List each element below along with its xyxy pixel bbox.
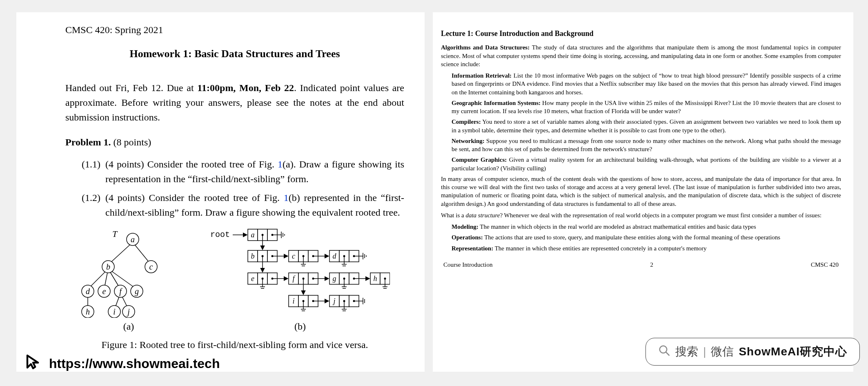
svg-text:h: h <box>374 274 377 283</box>
topic-lead: Geographic Information Systems: <box>452 100 541 106</box>
def-item: Representation: The manner in which thes… <box>452 244 841 252</box>
subproblem-1-2: (1.2) (4 points) Consider the rooted tre… <box>82 190 404 220</box>
para-3: What is a data structure? Whenever we de… <box>441 211 841 219</box>
svg-text:a: a <box>251 231 255 239</box>
fig-ref: 1 <box>284 192 289 203</box>
brand-badge: 搜索 | 微信 ShowMeAI研究中心 <box>645 338 860 366</box>
def-lead: Representation: <box>452 245 493 252</box>
topic-item: Information Retrieval: List the 10 most … <box>452 71 841 96</box>
topic-item: Computer Graphics: Given a virtual reali… <box>452 156 841 172</box>
fcns-diagram: .bx { fill:#fff; stroke:#000; stroke-wid… <box>210 228 390 318</box>
problem-header: Problem 1. (8 points) <box>65 137 404 148</box>
subproblem-1-1: (1.1) (4 points) Consider the rooted tre… <box>82 157 404 186</box>
svg-text:a: a <box>131 235 135 244</box>
topic-body: Given a virtual reality system for an ar… <box>452 156 841 171</box>
topic-lead: Computer Graphics: <box>452 156 507 163</box>
lecture-page: Lecture 1: Course Introduction and Backg… <box>433 12 853 372</box>
p3-post: ? Whenever we deal with the representati… <box>500 212 821 219</box>
footer-right: CMSC 420 <box>811 261 839 269</box>
svg-text:g: g <box>135 287 139 296</box>
tree-diagram: .tn { fill:#fff; stroke:#000; stroke-wid… <box>80 228 178 318</box>
svg-text:i: i <box>292 297 294 305</box>
svg-text:j: j <box>332 297 335 305</box>
sub-text-1: Consider the rooted tree of Fig. <box>147 159 278 170</box>
topic-list: Information Retrieval: List the 10 most … <box>441 71 841 172</box>
cursor-icon <box>24 353 42 374</box>
sub-points: (4 points) <box>105 192 145 203</box>
figure-caption: Figure 1: Rooted tree to first-child/nex… <box>65 339 404 350</box>
search-icon <box>658 344 670 359</box>
badge-divider: | <box>703 345 706 358</box>
svg-text:d: d <box>86 287 90 296</box>
svg-text:c: c <box>149 262 153 271</box>
defs-list: Modeling: The manner in which objects in… <box>441 223 841 252</box>
topic-lead: Information Retrieval: <box>452 72 512 79</box>
badge-brand: ShowMeAI研究中心 <box>739 344 847 359</box>
svg-text:h: h <box>86 307 90 316</box>
def-body: The actions that are used to store, quer… <box>483 234 781 241</box>
topic-lead: Networking: <box>452 138 485 144</box>
sub-body: (4 points) Consider the rooted tree of F… <box>105 157 404 186</box>
root-label: root <box>210 230 230 239</box>
topic-item: Compilers: You need to store a set of va… <box>452 118 841 134</box>
topic-lead: Compilers: <box>452 118 481 125</box>
problem-points: (8 points) <box>114 137 151 147</box>
tree-label: T <box>112 229 118 239</box>
def-lead: Modeling: <box>452 223 479 230</box>
def-item: Operations: The actions that are used to… <box>452 233 841 241</box>
url-overlay: https://www.showmeai.tech <box>24 353 220 374</box>
badge-search-text: 搜索 <box>675 344 698 359</box>
problem-label: Problem 1. <box>65 137 111 147</box>
svg-line-0 <box>108 242 133 265</box>
para-2: In many areas of computer science, much … <box>441 175 841 208</box>
lecture-title: Lecture 1: Course Introduction and Backg… <box>441 29 841 38</box>
topic-body: Suppose you need to multicast a message … <box>452 138 841 152</box>
para-intro: Algorithms and Data Structures: The stud… <box>441 43 841 68</box>
svg-text:e: e <box>251 274 254 283</box>
fig-label-b: (b) <box>294 321 306 332</box>
figure-b: .bx { fill:#fff; stroke:#000; stroke-wid… <box>210 228 390 332</box>
svg-text:g: g <box>333 274 336 283</box>
topic-item: Geographic Information Systems: How many… <box>452 99 841 116</box>
svg-text:d: d <box>333 252 337 260</box>
fig-label-a: (a) <box>123 321 134 332</box>
sub-body: (4 points) Consider the rooted tree of F… <box>105 190 404 220</box>
page-footer: Course Introduction 2 CMSC 420 <box>441 261 841 269</box>
intro-due: 11:00pm, Mon, Feb 22 <box>197 83 294 93</box>
svg-point-134 <box>660 346 667 353</box>
homework-page: CMSC 420: Spring 2021 Homework 1: Basic … <box>16 12 425 372</box>
sub-text-1: Consider the rooted tree of Fig. <box>149 192 283 203</box>
footer-page: 2 <box>650 261 653 269</box>
svg-text:e: e <box>102 287 106 296</box>
svg-text:i: i <box>113 307 116 316</box>
url-text: https://www.showmeai.tech <box>49 356 220 371</box>
intro-pre: Handed out Fri, Feb 12. Due at <box>65 83 197 93</box>
course-header: CMSC 420: Spring 2021 <box>65 25 404 36</box>
homework-title: Homework 1: Basic Data Structures and Tr… <box>65 48 404 60</box>
para-lead: Algorithms and Data Structures: <box>441 44 530 51</box>
figure-a: .tn { fill:#fff; stroke:#000; stroke-wid… <box>80 228 178 332</box>
sub-num: (1.1) <box>82 157 105 186</box>
p3-pre: What is a <box>441 212 465 219</box>
def-body: The manner in which these entities are r… <box>493 245 707 252</box>
topic-body: You need to store a set of variable name… <box>452 118 841 133</box>
topic-item: Networking: Suppose you need to multicas… <box>452 137 841 154</box>
figure-row: .tn { fill:#fff; stroke:#000; stroke-wid… <box>65 228 404 332</box>
svg-text:b: b <box>106 262 110 271</box>
def-lead: Operations: <box>452 234 483 241</box>
p3-em: data structure <box>465 212 500 219</box>
svg-line-135 <box>666 352 670 355</box>
def-body: The manner in which objects in the real … <box>479 223 756 230</box>
sub-points: (4 points) <box>105 159 144 170</box>
svg-text:b: b <box>251 252 255 260</box>
fig-ref: 1 <box>278 159 283 170</box>
badge-wechat-text: 微信 <box>711 344 734 359</box>
svg-text:c: c <box>292 252 295 260</box>
sub-num: (1.2) <box>82 190 105 220</box>
intro-text: Handed out Fri, Feb 12. Due at 11:00pm, … <box>65 80 404 125</box>
def-item: Modeling: The manner in which objects in… <box>452 223 841 231</box>
footer-left: Course Introduction <box>443 261 492 269</box>
